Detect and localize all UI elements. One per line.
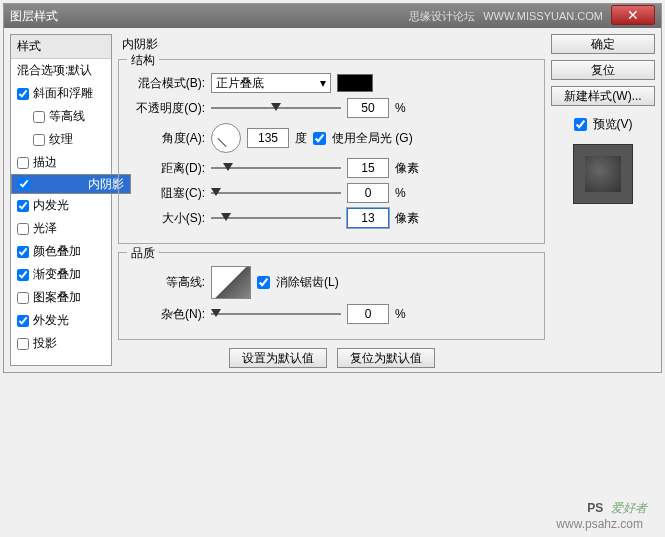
sidebar-item-contour[interactable]: 等高线 xyxy=(11,105,111,128)
texture-checkbox[interactable] xyxy=(33,134,45,146)
chevron-down-icon: ▾ xyxy=(320,76,326,90)
reset-default-button[interactable]: 复位为默认值 xyxy=(337,348,435,368)
sidebar-item-stroke[interactable]: 描边 xyxy=(11,151,111,174)
title-url: WWW.MISSYUAN.COM xyxy=(483,10,603,22)
drop-shadow-checkbox[interactable] xyxy=(17,338,29,350)
panel-title: 内阴影 xyxy=(122,36,545,53)
contour-picker[interactable] xyxy=(211,266,251,299)
watermark: PS 爱好者 xyxy=(587,487,647,519)
choke-unit: % xyxy=(395,186,406,200)
styles-sidebar: 样式 混合选项:默认 斜面和浮雕 等高线 纹理 描边 内阴影 内发光 光泽 颜色… xyxy=(10,34,112,366)
antialias-label: 消除锯齿(L) xyxy=(276,274,339,291)
stroke-checkbox[interactable] xyxy=(17,157,29,169)
sidebar-item-inner-glow[interactable]: 内发光 xyxy=(11,194,111,217)
size-input[interactable]: 13 xyxy=(347,208,389,228)
opacity-slider[interactable] xyxy=(211,101,341,115)
choke-label: 阻塞(C): xyxy=(129,185,205,202)
opacity-input[interactable]: 50 xyxy=(347,98,389,118)
color-swatch[interactable] xyxy=(337,74,373,92)
layer-style-dialog: 图层样式 思缘设计论坛 WWW.MISSYUAN.COM ✕ 样式 混合选项:默… xyxy=(3,3,662,373)
make-default-button[interactable]: 设置为默认值 xyxy=(229,348,327,368)
cancel-button[interactable]: 复位 xyxy=(551,60,655,80)
opacity-label: 不透明度(O): xyxy=(129,100,205,117)
size-label: 大小(S): xyxy=(129,210,205,227)
titlebar[interactable]: 图层样式 思缘设计论坛 WWW.MISSYUAN.COM ✕ xyxy=(4,4,661,28)
close-button[interactable]: ✕ xyxy=(611,5,655,25)
distance-input[interactable]: 15 xyxy=(347,158,389,178)
noise-label: 杂色(N): xyxy=(129,306,205,323)
angle-unit: 度 xyxy=(295,130,307,147)
watermark-url: www.psahz.com xyxy=(556,517,643,531)
quality-title: 品质 xyxy=(127,245,159,262)
preview-swatch xyxy=(573,144,633,204)
color-overlay-checkbox[interactable] xyxy=(17,246,29,258)
gradient-overlay-checkbox[interactable] xyxy=(17,269,29,281)
structure-group: 结构 混合模式(B): 正片叠底▾ 不透明度(O): 50 % 角度(A): 1… xyxy=(118,59,545,244)
quality-group: 品质 等高线: 消除锯齿(L) 杂色(N): 0 % xyxy=(118,252,545,340)
preview-label: 预览(V) xyxy=(593,116,633,133)
antialias-checkbox[interactable] xyxy=(257,276,270,289)
distance-slider[interactable] xyxy=(211,161,341,175)
satin-checkbox[interactable] xyxy=(17,223,29,235)
distance-label: 距离(D): xyxy=(129,160,205,177)
outer-glow-checkbox[interactable] xyxy=(17,315,29,327)
sidebar-item-drop-shadow[interactable]: 投影 xyxy=(11,332,111,355)
distance-unit: 像素 xyxy=(395,160,419,177)
pattern-overlay-checkbox[interactable] xyxy=(17,292,29,304)
choke-slider[interactable] xyxy=(211,186,341,200)
angle-dial[interactable] xyxy=(211,123,241,153)
angle-input[interactable]: 135 xyxy=(247,128,289,148)
new-style-button[interactable]: 新建样式(W)... xyxy=(551,86,655,106)
sidebar-item-texture[interactable]: 纹理 xyxy=(11,128,111,151)
preview-checkbox[interactable] xyxy=(574,118,587,131)
main-panel: 内阴影 结构 混合模式(B): 正片叠底▾ 不透明度(O): 50 % 角度(A… xyxy=(118,34,545,366)
angle-label: 角度(A): xyxy=(129,130,205,147)
opacity-unit: % xyxy=(395,101,406,115)
choke-input[interactable]: 0 xyxy=(347,183,389,203)
dialog-title: 图层样式 xyxy=(10,8,58,25)
right-panel: 确定 复位 新建样式(W)... 预览(V) xyxy=(551,34,655,366)
structure-title: 结构 xyxy=(127,52,159,69)
noise-slider[interactable] xyxy=(211,307,341,321)
sidebar-item-color-overlay[interactable]: 颜色叠加 xyxy=(11,240,111,263)
sidebar-item-outer-glow[interactable]: 外发光 xyxy=(11,309,111,332)
sidebar-item-pattern-overlay[interactable]: 图案叠加 xyxy=(11,286,111,309)
blend-mode-select[interactable]: 正片叠底▾ xyxy=(211,73,331,93)
inner-shadow-checkbox[interactable] xyxy=(18,178,30,190)
contour-checkbox[interactable] xyxy=(33,111,45,123)
inner-glow-checkbox[interactable] xyxy=(17,200,29,212)
contour-label: 等高线: xyxy=(129,274,205,291)
size-unit: 像素 xyxy=(395,210,419,227)
size-slider[interactable] xyxy=(211,211,341,225)
sidebar-item-gradient-overlay[interactable]: 渐变叠加 xyxy=(11,263,111,286)
sidebar-item-bevel[interactable]: 斜面和浮雕 xyxy=(11,82,111,105)
sidebar-blend-options[interactable]: 混合选项:默认 xyxy=(11,59,111,82)
sidebar-item-inner-shadow[interactable]: 内阴影 xyxy=(11,174,131,194)
bevel-checkbox[interactable] xyxy=(17,88,29,100)
global-light-label: 使用全局光 (G) xyxy=(332,130,413,147)
title-sub: 思缘设计论坛 xyxy=(409,9,475,24)
noise-unit: % xyxy=(395,307,406,321)
global-light-checkbox[interactable] xyxy=(313,132,326,145)
sidebar-item-satin[interactable]: 光泽 xyxy=(11,217,111,240)
sidebar-header[interactable]: 样式 xyxy=(11,35,111,59)
noise-input[interactable]: 0 xyxy=(347,304,389,324)
ok-button[interactable]: 确定 xyxy=(551,34,655,54)
blend-mode-label: 混合模式(B): xyxy=(129,75,205,92)
